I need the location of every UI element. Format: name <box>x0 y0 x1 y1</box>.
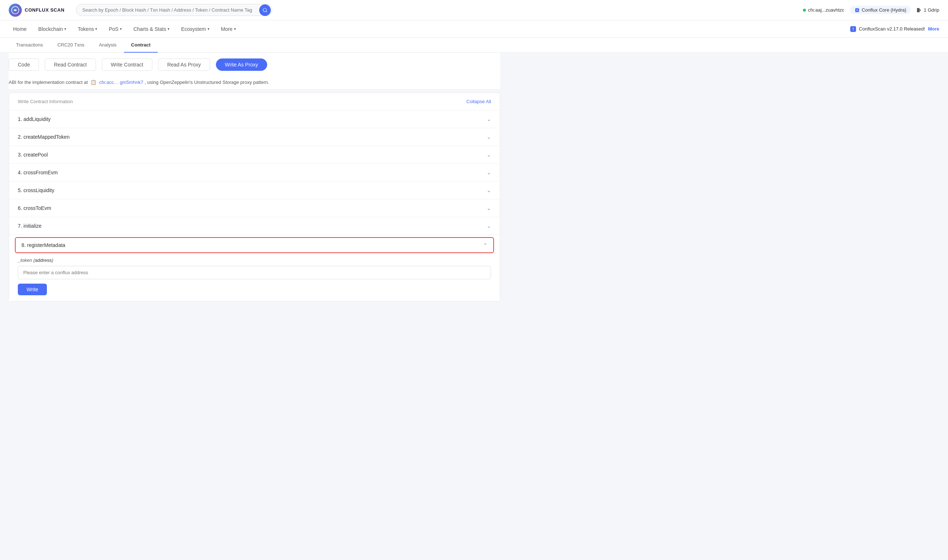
main-content: Code Read Contract Write Contract Read A… <box>0 53 509 310</box>
sub-tab-contract[interactable]: Contract <box>124 38 158 53</box>
chevron-down-icon: ⌄ <box>487 205 491 211</box>
abi-info-bar: ABI for the implementation contract at 📋… <box>9 75 500 90</box>
contract-item-title-5: 5. crossLiquidity <box>18 188 54 193</box>
search-bar <box>76 4 272 16</box>
nav-charts-stats[interactable]: Charts & Stats ▾ <box>129 20 174 38</box>
contract-item-title-1: 1. addLiquidity <box>18 116 51 122</box>
chevron-down-icon: ⌄ <box>487 152 491 158</box>
connection-dot <box>803 9 806 12</box>
sub-tab-transactions[interactable]: Transactions <box>9 38 50 53</box>
chevron-down-icon: ▾ <box>120 27 122 31</box>
chevron-down-icon: ⌄ <box>487 116 491 122</box>
nav-home[interactable]: Home <box>9 20 31 38</box>
network-badge[interactable]: Conflux Core (Hydra) <box>850 6 911 14</box>
chevron-down-icon: ▾ <box>95 27 97 31</box>
contract-item-4: 4. crossFromEvm ⌄ <box>9 164 500 182</box>
contract-item-title-7: 7. initialize <box>18 223 42 229</box>
param-label-token: _token (address) <box>18 257 491 263</box>
contract-item-header-5[interactable]: 5. crossLiquidity ⌄ <box>9 182 500 199</box>
nav-blockchain[interactable]: Blockchain ▾ <box>34 20 71 38</box>
contract-info-header: Write Contract Information Collapse All <box>9 93 500 111</box>
wallet-address-text: cfx:aaj...zuavhtzc <box>808 7 845 13</box>
abi-prefix: ABI for the implementation contract at <box>9 80 88 85</box>
chevron-down-icon: ⌄ <box>487 134 491 140</box>
announcement-more-link[interactable]: More <box>928 26 939 32</box>
sub-tab-analysis[interactable]: Analysis <box>92 38 124 53</box>
announcement-bar: ! ConfluxScan v2.17.0 Released! More <box>850 26 939 32</box>
gas-icon <box>916 8 922 13</box>
main-nav: Home Blockchain ▾ Tokens ▾ PoS ▾ Charts … <box>0 20 948 38</box>
svg-rect-3 <box>917 8 920 12</box>
chevron-down-icon: ▾ <box>64 27 66 31</box>
contract-item-title-2: 2. createMappedToken <box>18 134 69 140</box>
logo[interactable]: CONFLUX SCAN <box>9 4 64 17</box>
token-address-input[interactable] <box>18 266 491 279</box>
chevron-down-icon: ▾ <box>208 27 209 31</box>
contract-item-5: 5. crossLiquidity ⌄ <box>9 182 500 199</box>
logo-text: CONFLUX SCAN <box>25 7 64 13</box>
header-right: cfx:aaj...zuavhtzc Conflux Core (Hydra) … <box>803 6 939 14</box>
contract-item-2: 2. createMappedToken ⌄ <box>9 128 500 146</box>
chevron-down-icon: ⌄ <box>487 169 491 175</box>
tab-write-contract[interactable]: Write Contract <box>102 58 152 71</box>
nav-more[interactable]: More ▾ <box>217 20 240 38</box>
logo-icon <box>9 4 22 17</box>
contract-item-8: 8. registerMetadata ⌄ _token (address) W… <box>9 237 500 301</box>
gas-text: 1 Gdrip <box>924 7 939 13</box>
contract-item-3: 3. createPool ⌄ <box>9 146 500 164</box>
svg-rect-4 <box>920 9 921 11</box>
chevron-up-icon: ⌄ <box>483 242 488 248</box>
contract-item-content-8: _token (address) Write <box>9 253 500 301</box>
announcement-badge: ! <box>850 26 856 32</box>
nav-pos[interactable]: PoS ▾ <box>104 20 126 38</box>
contract-item-header-4[interactable]: 4. crossFromEvm ⌄ <box>9 164 500 181</box>
chevron-down-icon: ▾ <box>234 27 236 31</box>
chevron-down-icon: ⌄ <box>487 188 491 193</box>
gas-badge: 1 Gdrip <box>916 7 939 13</box>
contract-item-header-2[interactable]: 2. createMappedToken ⌄ <box>9 128 500 146</box>
abi-contract-link[interactable]: cfx:acc… gm5mhnk7 <box>99 80 143 85</box>
search-input[interactable] <box>76 4 272 16</box>
search-button[interactable] <box>259 5 271 16</box>
contract-item-title-4: 4. crossFromEvm <box>18 169 58 175</box>
write-button[interactable]: Write <box>18 284 47 295</box>
tab-code[interactable]: Code <box>9 58 39 71</box>
contract-item-1: 1. addLiquidity ⌄ <box>9 111 500 128</box>
contract-item-header-7[interactable]: 7. initialize ⌄ <box>9 217 500 235</box>
contract-item-header-1[interactable]: 1. addLiquidity ⌄ <box>9 111 500 128</box>
contract-item-title-8: 8. registerMetadata <box>22 242 65 248</box>
chevron-down-icon: ⌄ <box>487 223 491 229</box>
contract-item-header-8[interactable]: 8. registerMetadata ⌄ <box>15 237 494 253</box>
nav-tokens[interactable]: Tokens ▾ <box>73 20 102 38</box>
contract-info-title: Write Contract Information <box>18 99 73 104</box>
sub-tab-crc20[interactable]: CRC20 Txns <box>50 38 92 53</box>
abi-suffix: , using OpenZeppelin's Unstructured Stor… <box>145 80 269 85</box>
wallet-address[interactable]: cfx:aaj...zuavhtzc <box>803 7 845 13</box>
nav-ecosystem[interactable]: Ecosystem ▾ <box>177 20 213 38</box>
tab-write-as-proxy[interactable]: Write As Proxy <box>216 58 267 71</box>
contract-item-title-3: 3. createPool <box>18 152 48 158</box>
tab-read-contract[interactable]: Read Contract <box>45 58 96 71</box>
contract-content-box: Write Contract Information Collapse All … <box>9 92 500 302</box>
collapse-all-button[interactable]: Collapse All <box>466 99 491 104</box>
network-icon <box>855 8 860 13</box>
contract-tabs-row: Code Read Contract Write Contract Read A… <box>9 53 500 75</box>
contract-item-7: 7. initialize ⌄ <box>9 217 500 235</box>
header: CONFLUX SCAN cfx:aaj...zuavhtzc Conflux … <box>0 0 948 20</box>
sub-tabs: Transactions CRC20 Txns Analysis Contrac… <box>0 38 948 53</box>
contract-item-header-3[interactable]: 3. createPool ⌄ <box>9 146 500 163</box>
announcement-text: ConfluxScan v2.17.0 Released! <box>859 26 925 32</box>
contract-item-6: 6. crossToEvm ⌄ <box>9 199 500 217</box>
tab-read-as-proxy[interactable]: Read As Proxy <box>158 58 210 71</box>
chevron-down-icon: ▾ <box>168 27 169 31</box>
abi-link-icon: 📋 <box>91 80 96 85</box>
network-text: Conflux Core (Hydra) <box>862 7 906 13</box>
svg-point-1 <box>263 8 266 11</box>
contract-item-title-6: 6. crossToEvm <box>18 205 51 211</box>
contract-item-header-6[interactable]: 6. crossToEvm ⌄ <box>9 199 500 217</box>
